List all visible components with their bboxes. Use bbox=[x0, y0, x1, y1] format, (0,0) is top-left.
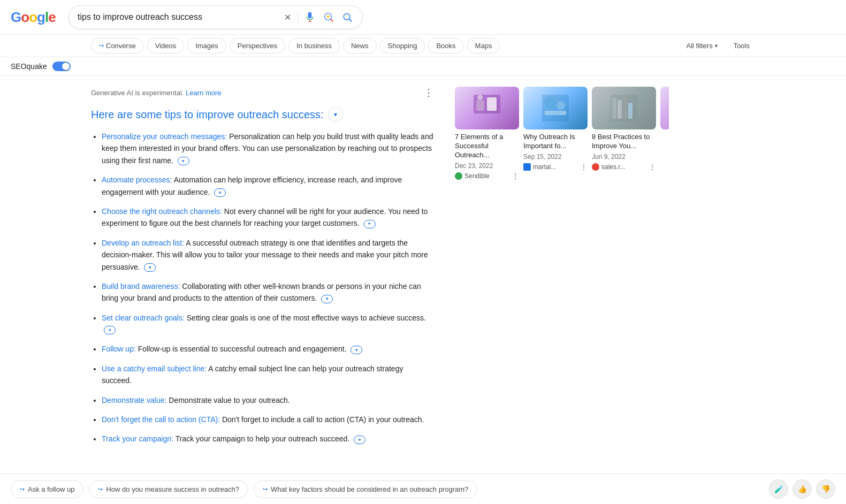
search-input[interactable] bbox=[78, 12, 278, 22]
item-title: Choose the right outreach channels: bbox=[102, 207, 224, 216]
ai-notice-text: Generative AI is experimental. Learn mor… bbox=[91, 89, 222, 97]
voice-search-button[interactable] bbox=[303, 11, 316, 24]
svg-rect-11 bbox=[542, 95, 569, 121]
logo-letter-e: e bbox=[48, 9, 55, 26]
main-content: Generative AI is experimental. Learn mor… bbox=[0, 76, 846, 463]
item-body: Follow-up is essential to successful out… bbox=[138, 345, 347, 353]
logo-letter-g: G bbox=[11, 9, 21, 26]
expand-item-button[interactable]: ▾ bbox=[178, 157, 189, 165]
card-source: martal... ⋮ bbox=[523, 163, 588, 171]
search-icon bbox=[342, 12, 353, 22]
expand-item-button[interactable]: ▾ bbox=[214, 188, 226, 197]
card-thumbnail-icon bbox=[471, 92, 503, 124]
search-button[interactable] bbox=[341, 11, 354, 24]
card-thumbnail-icon bbox=[608, 92, 640, 124]
all-filters-label: All filters bbox=[687, 42, 713, 50]
expand-item-button[interactable]: ▾ bbox=[321, 295, 333, 303]
cards-row: 7 Elements of a Successful Outreach... D… bbox=[455, 87, 669, 180]
svg-point-10 bbox=[477, 95, 483, 100]
mic-icon bbox=[304, 12, 315, 22]
item-title: Set clear outreach goals: bbox=[102, 314, 187, 322]
svg-rect-19 bbox=[628, 103, 632, 119]
filter-videos[interactable]: Videos bbox=[147, 38, 185, 54]
chevron-down-icon: ▾ bbox=[334, 111, 337, 118]
lens-button[interactable] bbox=[322, 10, 336, 24]
expand-item-button[interactable]: ▾ bbox=[364, 220, 376, 228]
filter-shopping[interactable]: Shopping bbox=[380, 38, 425, 54]
seoquake-toggle[interactable] bbox=[52, 62, 71, 71]
filter-books[interactable]: Books bbox=[428, 38, 463, 54]
list-item: Automate processes: Automation can help … bbox=[102, 174, 433, 198]
svg-rect-18 bbox=[623, 96, 627, 119]
nav-filters: ↪ Converse Videos Images Perspectives In… bbox=[0, 35, 846, 57]
outreach-list: Personalize your outreach messages: Pers… bbox=[91, 131, 433, 445]
list-item: Build brand awareness: Collaborating wit… bbox=[102, 280, 433, 304]
search-bar: ✕ bbox=[68, 5, 363, 29]
chevron-down-icon: ▾ bbox=[715, 43, 718, 49]
card-more-icon[interactable]: ⋮ bbox=[649, 163, 656, 171]
svg-rect-9 bbox=[487, 97, 497, 111]
item-title: Build brand awareness: bbox=[102, 282, 182, 291]
more-options-icon[interactable]: ⋮ bbox=[424, 87, 433, 98]
filter-perspectives[interactable]: Perspectives bbox=[230, 38, 285, 54]
all-filters-button[interactable]: All filters ▾ bbox=[681, 39, 723, 53]
lens-icon bbox=[323, 11, 334, 23]
article-card-partial[interactable] bbox=[660, 87, 669, 180]
source-icon bbox=[523, 163, 531, 171]
filter-maps[interactable]: Maps bbox=[467, 38, 500, 54]
item-title: Automate processes: bbox=[102, 175, 174, 184]
filter-images[interactable]: Images bbox=[187, 38, 226, 54]
seoquake-bar: SEOquake bbox=[0, 57, 846, 76]
svg-rect-14 bbox=[545, 111, 566, 115]
list-item: Follow up: Follow-up is essential to suc… bbox=[102, 343, 433, 355]
filter-in-business[interactable]: In business bbox=[288, 38, 340, 54]
card-date: Sep 15, 2022 bbox=[523, 153, 588, 161]
item-title: Demonstrate value: bbox=[102, 396, 169, 404]
ai-notice: Generative AI is experimental. Learn mor… bbox=[91, 87, 433, 98]
card-date: Dec 23, 2022 bbox=[455, 162, 519, 170]
article-card[interactable]: 7 Elements of a Successful Outreach... D… bbox=[455, 87, 519, 180]
svg-rect-8 bbox=[476, 100, 484, 111]
card-image bbox=[592, 87, 656, 129]
card-image bbox=[455, 87, 519, 129]
google-logo: Google bbox=[11, 9, 60, 25]
expand-item-button[interactable]: ▾ bbox=[144, 263, 156, 272]
tools-button[interactable]: Tools bbox=[728, 39, 755, 53]
expand-item-button[interactable]: ▾ bbox=[354, 436, 365, 444]
filter-label-images: Images bbox=[195, 42, 218, 50]
card-image-partial bbox=[660, 87, 669, 129]
card-title: Why Outreach Is Important fo... bbox=[523, 133, 588, 151]
card-more-icon[interactable]: ⋮ bbox=[512, 172, 519, 180]
filter-converse[interactable]: ↪ Converse bbox=[91, 38, 144, 54]
card-title: 8 Best Practices to Improve You... bbox=[592, 133, 656, 151]
svg-line-4 bbox=[331, 19, 333, 22]
source-name: martal... bbox=[533, 163, 556, 171]
learn-more-link[interactable]: Learn more bbox=[186, 89, 221, 97]
item-title: Personalize your outreach messages: bbox=[102, 132, 229, 141]
converse-arrow-icon: ↪ bbox=[99, 42, 104, 49]
expand-item-button[interactable]: ▾ bbox=[104, 326, 116, 334]
filter-label-shopping: Shopping bbox=[388, 42, 417, 50]
header: Google ✕ bbox=[0, 0, 846, 35]
filter-label-converse: Converse bbox=[106, 42, 136, 50]
ai-title: Here are some tips to improve outreach s… bbox=[91, 109, 324, 121]
article-card[interactable]: Why Outreach Is Important fo... Sep 15, … bbox=[523, 87, 588, 180]
card-source: Sendible ⋮ bbox=[455, 172, 519, 180]
filter-label-in-business: In business bbox=[296, 42, 332, 50]
filter-news[interactable]: News bbox=[343, 38, 377, 54]
source-name: Sendible bbox=[464, 172, 490, 180]
card-more-icon[interactable]: ⋮ bbox=[580, 163, 588, 171]
right-panel: 7 Elements of a Successful Outreach... D… bbox=[455, 87, 669, 453]
left-panel: Generative AI is experimental. Learn mor… bbox=[91, 87, 433, 453]
ai-header: Here are some tips to improve outreach s… bbox=[91, 107, 433, 122]
expand-item-button[interactable]: ▾ bbox=[350, 346, 362, 354]
svg-point-5 bbox=[344, 13, 350, 20]
item-body: Setting clear goals is one of the most e… bbox=[187, 314, 426, 322]
search-divider bbox=[298, 12, 298, 22]
clear-button[interactable]: ✕ bbox=[283, 11, 292, 24]
logo-letter-o2: o bbox=[29, 9, 37, 26]
list-item: Develop an outreach list: A successful o… bbox=[102, 237, 433, 273]
clear-icon: ✕ bbox=[284, 12, 291, 22]
article-card[interactable]: 8 Best Practices to Improve You... Jun 9… bbox=[592, 87, 656, 180]
expand-title-button[interactable]: ▾ bbox=[328, 107, 343, 122]
